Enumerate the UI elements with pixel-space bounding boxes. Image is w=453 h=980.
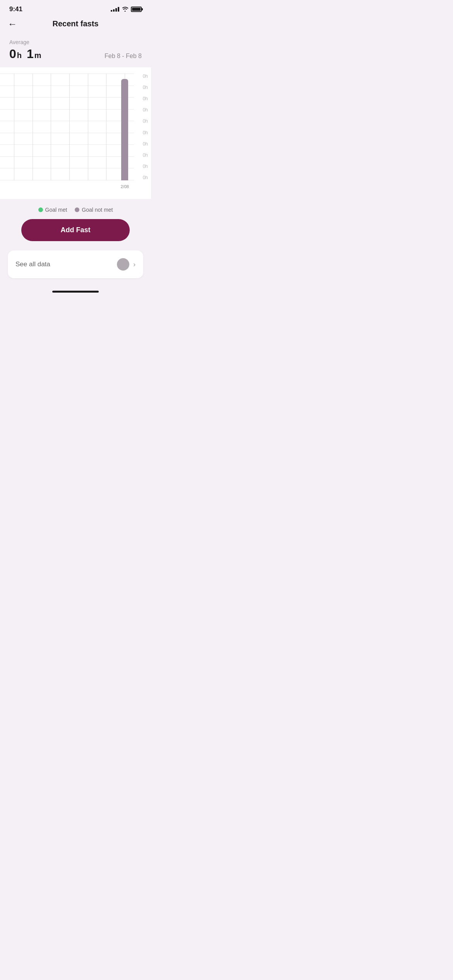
status-icons	[111, 6, 142, 13]
y-axis-label: 0h	[134, 175, 148, 180]
goal-met-label: Goal met	[45, 207, 67, 213]
date-range: Feb 8 - Feb 8	[105, 53, 142, 61]
bar-column	[60, 74, 79, 180]
y-axis-label: 0h	[134, 152, 148, 158]
goal-not-met-label: Goal not met	[82, 207, 113, 213]
bar-column	[23, 74, 42, 180]
avg-minutes: 1	[27, 47, 34, 61]
add-fast-button[interactable]: Add Fast	[21, 219, 130, 241]
see-all-right: ›	[117, 258, 136, 271]
wifi-icon	[122, 6, 129, 13]
avg-hours-unit: h	[17, 51, 22, 60]
back-button[interactable]: ←	[8, 19, 17, 29]
goal-not-met-dot	[75, 207, 79, 212]
chart-bar	[121, 79, 128, 180]
y-axis: 0h0h0h0h0h0h0h0h0h0h	[134, 74, 151, 190]
see-all-label: See all data	[15, 260, 50, 268]
bar-column	[79, 74, 97, 180]
bars-row: 2/08	[5, 74, 134, 180]
bar-column	[41, 74, 60, 180]
y-axis-label: 0h	[134, 96, 148, 101]
header: ← Recent fasts	[0, 16, 151, 34]
battery-icon	[131, 7, 142, 12]
y-axis-label: 0h	[134, 74, 148, 79]
y-axis-label: 0h	[134, 164, 148, 169]
bar-x-label: 2/08	[120, 184, 129, 189]
bar-column	[97, 74, 116, 180]
page-title: Recent fasts	[53, 19, 99, 28]
below-chart-area: Goal met Goal not met Add Fast	[0, 199, 151, 247]
average-label: Average	[9, 39, 142, 45]
average-row: 0h 1m Feb 8 - Feb 8	[9, 47, 142, 61]
y-axis-label: 0h	[134, 118, 148, 124]
see-all-card[interactable]: See all data ›	[8, 250, 143, 278]
y-axis-label: 0h	[134, 85, 148, 90]
avg-minutes-unit: m	[34, 51, 41, 60]
bar-column: 2/08	[115, 74, 134, 180]
bar-column	[5, 74, 23, 180]
see-all-dot-icon	[117, 258, 129, 271]
chart-inner: 2/08 0h0h0h0h0h0h0h0h0h0h	[0, 74, 151, 190]
average-value: 0h 1m	[9, 47, 41, 61]
status-bar: 9:41	[0, 0, 151, 16]
back-arrow-icon: ←	[8, 19, 17, 29]
chart-container: 2/08 0h0h0h0h0h0h0h0h0h0h	[0, 67, 151, 199]
average-section: Average 0h 1m Feb 8 - Feb 8	[0, 34, 151, 67]
y-axis-label: 0h	[134, 141, 148, 147]
goal-met-dot	[38, 207, 43, 212]
chart-bars-area: 2/08	[0, 74, 134, 190]
legend-goal-met: Goal met	[38, 207, 67, 213]
legend-goal-not-met: Goal not met	[75, 207, 113, 213]
home-bar	[52, 291, 99, 293]
signal-icon	[111, 7, 119, 12]
y-axis-label: 0h	[134, 130, 148, 135]
status-time: 9:41	[9, 5, 22, 13]
avg-hours: 0	[9, 47, 16, 61]
chevron-right-icon: ›	[133, 260, 136, 269]
home-indicator	[0, 288, 151, 299]
y-axis-label: 0h	[134, 107, 148, 113]
legend: Goal met Goal not met	[38, 207, 113, 213]
